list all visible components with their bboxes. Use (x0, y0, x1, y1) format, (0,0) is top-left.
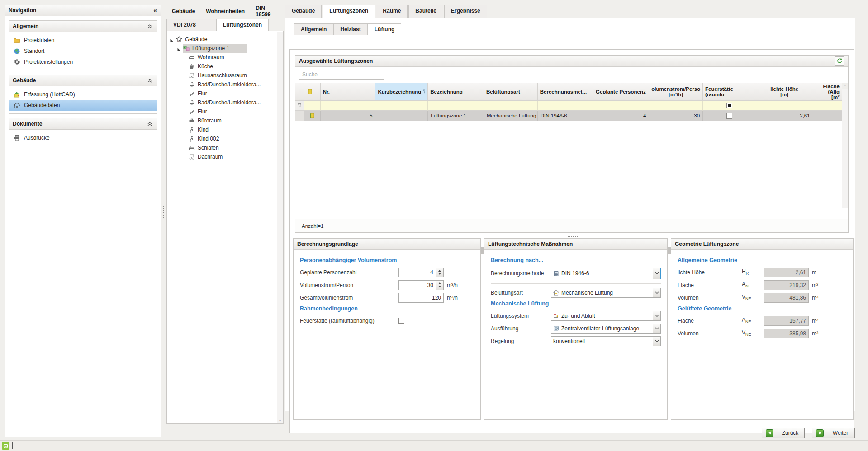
filter-cell-belueftungsart[interactable] (484, 101, 538, 111)
table-vscrollbar[interactable]: ⌃ (842, 83, 848, 208)
collapse-section-icon[interactable] (147, 23, 153, 29)
tree-node-room[interactable]: Kind (167, 125, 283, 134)
collapse-section-icon[interactable] (147, 77, 153, 84)
search-input[interactable] (299, 70, 384, 80)
spinner-buttons[interactable] (436, 281, 443, 290)
tree-node-room[interactable]: Bad/Dusche/Umkleidera... (167, 98, 283, 107)
tab-vdi-2078[interactable]: VDI 2078 (166, 19, 216, 31)
back-button[interactable]: Zurück (762, 428, 805, 438)
gesamtvolumenstrom-input[interactable]: 120 (398, 293, 444, 303)
personenzahl-input[interactable]: 4 (398, 268, 444, 277)
scroll-up-icon[interactable]: ⌃ (277, 32, 283, 37)
nav-item-ausdrucke[interactable]: Ausdrucke (9, 132, 157, 143)
nav-section-dokumente-header[interactable]: Dokumente (9, 118, 157, 130)
column-header-belueftungsart[interactable]: Belüftungsart (484, 83, 538, 101)
tab-lueftungszonen-tree[interactable]: Lüftungszonen (216, 19, 269, 31)
column-header-volumenstrom[interactable]: olumenstrom/Perso[m³/h] (649, 83, 703, 101)
ausfuehrung-dropdown[interactable]: Zentralventilator-Lüftungsanlage (551, 324, 661, 334)
filter-row[interactable] (295, 101, 842, 111)
scroll-up-icon[interactable]: ⌃ (842, 83, 848, 89)
readonly-value: 219,32 (764, 280, 809, 290)
tab-main-bauteile[interactable]: Bauteile (408, 5, 443, 18)
tree-expand-icon[interactable] (170, 38, 174, 42)
spinner-buttons[interactable] (436, 268, 443, 277)
column-header-personenzahl[interactable]: Geplante Personenz (593, 83, 650, 101)
nav-item-erfassung-hottcad[interactable]: Erfassung (HottCAD) (9, 89, 157, 100)
tab-main-gebaeude[interactable]: Gebäude (285, 5, 322, 18)
tree-node-room[interactable]: Küche (167, 62, 283, 71)
chevron-down-icon[interactable] (653, 311, 660, 320)
filter-cell-volumenstrom[interactable] (649, 101, 703, 111)
stairs-icon (189, 108, 195, 115)
row-count: Anzahl=1 (302, 223, 323, 229)
tab-allgemein[interactable]: Allgemein (294, 23, 333, 35)
splitter-grip-vertical[interactable] (163, 206, 164, 218)
nav-item-gebaeudedaten[interactable]: Gebäudedaten (9, 100, 157, 111)
nav-item-standort[interactable]: Standort (9, 46, 157, 56)
tree-node-room[interactable]: Flur (167, 89, 283, 98)
unchecked-checkbox[interactable] (726, 113, 732, 119)
tree-node-room[interactable]: Schlafen (167, 143, 283, 152)
tab-main-raeume[interactable]: Räume (376, 5, 408, 18)
tree-expand-icon[interactable] (177, 47, 181, 51)
feuerstaette-checkbox[interactable] (398, 318, 404, 324)
filter-cell-personen[interactable] (593, 101, 650, 111)
tab-lueftung[interactable]: Lüftung (368, 23, 402, 35)
tree-node-room[interactable]: Kind 002 (167, 134, 283, 143)
tree-node-room[interactable]: Bad/Dusche/Umkleidera... (167, 80, 283, 89)
indeterminate-checkbox[interactable] (726, 103, 732, 108)
splitter-grip-horizontal[interactable] (568, 236, 579, 238)
tab-wohneinheiten[interactable]: Wohneinheiten (200, 8, 250, 14)
tree-node-gebaeude[interactable]: Gebäude (167, 35, 283, 44)
tree-node-room[interactable]: Flur (167, 107, 283, 116)
volumenstrom-person-input[interactable]: 30 (398, 280, 444, 290)
chevron-down-icon[interactable] (653, 324, 660, 333)
column-header-bezeichnung[interactable]: Bezeichnung (428, 83, 484, 101)
chevron-down-icon[interactable] (653, 337, 660, 346)
tab-main-ergebnisse[interactable]: Ergebnisse (444, 5, 487, 18)
belueftungsart-dropdown[interactable]: Mechanische Lüftung (551, 288, 661, 298)
column-header-kurzbezeichnung[interactable]: Kurzbezeichnung (375, 83, 428, 101)
filter-cell-methode[interactable] (538, 101, 593, 111)
chevron-down-icon[interactable] (653, 268, 660, 279)
filter-cell-hoehe[interactable] (756, 101, 813, 111)
nav-section-gebaeude-header[interactable]: Gebäude (9, 75, 157, 86)
table-row[interactable]: 5 Lüftungszone 1 Mechanische Lüftung DIN… (295, 111, 842, 121)
lueftungssystem-dropdown[interactable]: Zu- und Abluft (551, 311, 661, 321)
column-header-nr[interactable]: Nr. (321, 83, 376, 101)
scroll-down-icon[interactable]: ⌄ (277, 418, 283, 423)
berechnungsmethode-dropdown[interactable]: DIN 1946-6 (551, 268, 661, 279)
icon-header[interactable] (304, 83, 321, 101)
filter-cell-bezeichnung[interactable] (428, 101, 484, 111)
tree-scrollbar[interactable]: ⌃ ⌄ (277, 32, 283, 423)
column-header-feuerstaette[interactable]: Feuerstätte (raumlu (703, 83, 756, 101)
column-header-berechnungsmethode[interactable]: Berechnungsmet... (538, 83, 593, 101)
filter-cell-kurz[interactable] (375, 101, 428, 111)
next-button[interactable]: Weiter (812, 428, 855, 438)
tree-node-room[interactable]: Hausanschlussraum (167, 71, 283, 80)
collapse-sidebar-icon[interactable]: « (153, 7, 157, 14)
unit-label: m³/h (447, 282, 458, 288)
column-header-lichte-hoehe[interactable]: lichte Höhe[m] (756, 83, 813, 101)
nav-item-projektdaten[interactable]: Projektdaten (9, 35, 157, 46)
tab-gebaeude[interactable]: Gebäude (166, 8, 200, 14)
tree-node-lueftungszone-1[interactable]: Lüftungszone 1 (167, 44, 283, 53)
tab-main-lueftungszonen[interactable]: Lüftungszonen (323, 5, 375, 18)
filter-cell-nr[interactable] (321, 101, 376, 111)
filter-cell-flaeche[interactable] (813, 101, 842, 111)
column-header-flaeche[interactable]: Fläche (Allg[m² (813, 83, 842, 101)
chevron-down-icon[interactable] (653, 288, 660, 297)
collapse-section-icon[interactable] (147, 121, 153, 127)
tab-din-18599[interactable]: DIN 18599 (250, 5, 284, 18)
regelung-dropdown[interactable]: konventionell (551, 336, 661, 346)
refresh-button[interactable] (835, 56, 844, 66)
nav-section-allgemein-header[interactable]: Allgemein (9, 21, 157, 32)
tree-node-room[interactable]: Wohnraum (167, 53, 283, 62)
tree-node-room[interactable]: Büroraum (167, 116, 283, 125)
field-label: lichte Höhe (678, 269, 742, 276)
tree-node-room[interactable]: Dachraum (167, 152, 283, 161)
filter-funnel-icon[interactable] (422, 89, 425, 94)
filter-cell-feuerstaette[interactable] (703, 101, 756, 111)
nav-item-projekteinstellungen[interactable]: Projekteinstellungen (9, 56, 157, 67)
tab-heizlast[interactable]: Heizlast (333, 23, 367, 35)
